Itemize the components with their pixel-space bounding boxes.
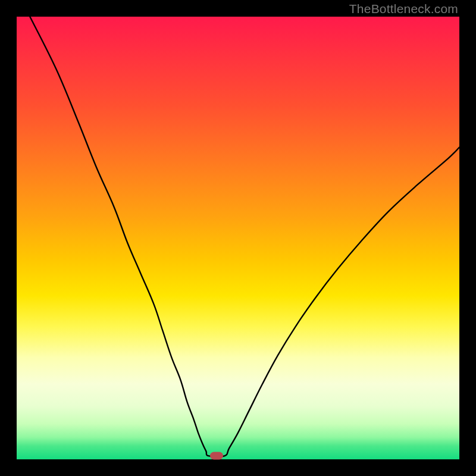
plot-area <box>17 17 459 459</box>
bottleneck-marker <box>210 452 223 460</box>
bottleneck-curve <box>30 17 459 456</box>
chart-frame: TheBottleneck.com <box>0 0 476 476</box>
curve-svg <box>17 17 459 459</box>
watermark-text: TheBottleneck.com <box>349 2 458 16</box>
